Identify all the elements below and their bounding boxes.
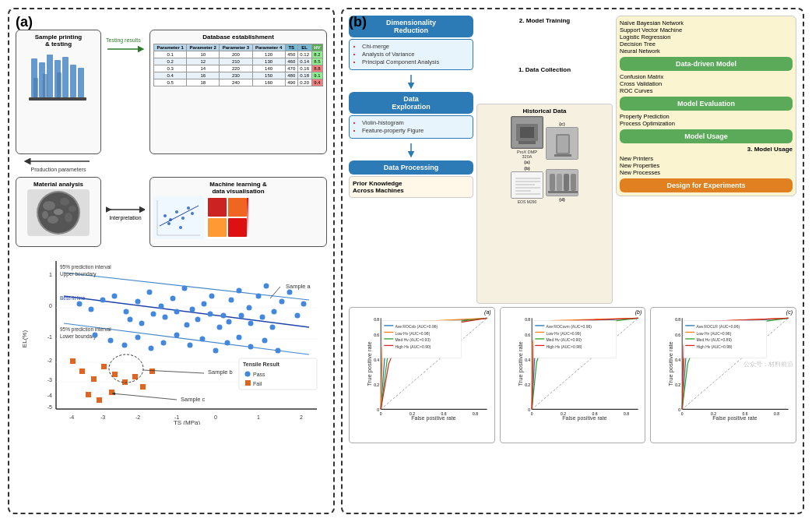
panel-a-top: Sample printing& testing: [16, 30, 327, 154]
svg-text:False positive rate: False positive rate: [411, 414, 455, 421]
svg-text:Tensile Result: Tensile Result: [243, 362, 280, 367]
svg-point-76: [124, 309, 129, 315]
svg-text:Upper boundary: Upper boundary: [60, 271, 97, 277]
svg-text:-3: -3: [100, 414, 105, 420]
svg-point-80: [170, 296, 176, 302]
roc-chart-a: (a) False positive rate True positive ra…: [349, 307, 495, 443]
dim-reduction-title: DimensionalityReduction: [349, 16, 473, 37]
svg-rect-168: [550, 174, 555, 191]
svg-rect-131: [132, 374, 138, 379]
model-evaluation-title: Model Evaluation: [620, 97, 793, 111]
svg-rect-172: [548, 191, 578, 193]
roc-chart-c: (c) False positive rate True positive ra…: [650, 307, 796, 443]
svg-rect-36: [208, 198, 227, 217]
svg-text:High Hv (AUC=0.90): High Hv (AUC=0.90): [395, 344, 431, 349]
svg-point-87: [237, 288, 242, 294]
svg-text:0: 0: [380, 411, 382, 416]
svg-text:-3: -3: [47, 377, 52, 383]
svg-point-72: [77, 302, 83, 307]
svg-point-113: [135, 335, 141, 340]
panel-a-label: (a): [16, 14, 33, 30]
eval-list: Confusion Matrix Cross Validation ROC Cu…: [620, 73, 793, 94]
svg-point-95: [301, 302, 307, 307]
svg-point-93: [287, 290, 293, 295]
svg-rect-126: [79, 369, 85, 374]
svg-point-32: [167, 222, 170, 225]
svg-text:0.6: 0.6: [441, 411, 447, 416]
printing-label: Sample printing& testing: [35, 34, 82, 48]
hist-photos: ProX DMP320A (a) (c): [480, 116, 609, 164]
printer-eos: (c): [546, 122, 578, 160]
data-exploration-content: Violin-histogram Feature-property Figure: [349, 115, 473, 139]
svg-point-94: [295, 313, 301, 319]
hist-photos-2: (b): [480, 166, 609, 204]
svg-point-31: [191, 212, 194, 215]
svg-point-121: [237, 335, 242, 340]
svg-text:False positive rate: False positive rate: [713, 414, 758, 421]
svg-point-33: [179, 226, 182, 229]
yellow-bg-section: Naïve Bayesian Network Support Vector Ma…: [616, 16, 796, 196]
svg-text:Low Hv (AUC=0.96): Low Hv (AUC=0.96): [697, 330, 732, 335]
svg-rect-6: [78, 68, 84, 97]
svg-text:0.8: 0.8: [676, 316, 681, 321]
dim-reduction-content: Chi-merge Analysis of Variance Principal…: [349, 39, 473, 70]
svg-rect-4: [62, 57, 69, 97]
svg-text:High Hv (AUC=0.98): High Hv (AUC=0.98): [697, 344, 733, 349]
svg-point-82: [190, 307, 195, 312]
svg-rect-2: [47, 55, 53, 97]
svg-text:95% prediction interval: 95% prediction interval: [60, 326, 111, 333]
data-collection-label: 1. Data Collection: [518, 66, 571, 73]
svg-text:1: 1: [49, 272, 52, 277]
svg-point-92: [279, 299, 285, 305]
svg-rect-38: [208, 218, 227, 237]
svg-text:0.4: 0.4: [525, 358, 530, 362]
svg-text:0.2: 0.2: [410, 411, 415, 416]
svg-text:Med Hv (AUC=0.89): Med Hv (AUC=0.89): [697, 337, 733, 342]
svg-text:-4: -4: [47, 393, 52, 398]
svg-rect-135: [97, 397, 102, 403]
svg-point-90: [264, 284, 269, 289]
svg-point-84: [209, 294, 215, 299]
ml-charts: [153, 196, 323, 243]
svg-point-107: [248, 321, 254, 326]
panel-b-label: (b): [349, 14, 367, 30]
prior-knowledge-section: Prior KnowledgeAcross Machines: [349, 176, 473, 198]
svg-text:Sample a: Sample a: [286, 283, 311, 290]
svg-point-124: [276, 348, 281, 354]
watermark: 公众号：材料前沿: [743, 360, 793, 369]
svg-rect-132: [140, 384, 146, 390]
eos-label: EOS M290: [518, 199, 536, 204]
scatter-plot-area: 1 0 -1 -2 -3 -4 -5 EL(%) -4 -3 -2 -1 0 1…: [16, 252, 327, 506]
svg-point-110: [93, 333, 98, 338]
svg-text:0: 0: [214, 414, 217, 420]
svg-text:0.6: 0.6: [743, 411, 748, 416]
svg-text:True positive rate: True positive rate: [517, 341, 524, 386]
svg-point-77: [135, 299, 141, 305]
roc-svg-c: False positive rate True positive rate 0…: [666, 314, 793, 430]
database-box: Database establishment Parameter 1Parame…: [149, 30, 327, 154]
panel-a-middle: Material analysis: [16, 177, 327, 247]
model-usage-label: 3. Model Usage: [620, 146, 793, 153]
svg-text:0.6: 0.6: [525, 333, 530, 337]
svg-rect-128: [101, 364, 107, 369]
svg-text:0.2: 0.2: [676, 382, 681, 386]
svg-rect-171: [571, 174, 576, 191]
svg-point-106: [239, 313, 244, 319]
svg-text:True positive rate: True positive rate: [366, 341, 373, 386]
svg-text:0: 0: [49, 303, 52, 309]
svg-rect-37: [228, 198, 247, 217]
svg-point-123: [262, 338, 268, 344]
svg-text:0.2: 0.2: [374, 382, 379, 386]
production-label: Production parameters: [31, 167, 86, 172]
svg-point-85: [221, 313, 227, 319]
wf-col3: Naïve Bayesian Network Support Vector Ma…: [616, 16, 796, 304]
svg-text:0.6: 0.6: [676, 333, 681, 337]
svg-text:0.4: 0.4: [676, 358, 681, 362]
roc-svg-b: False positive rate True positive rate 0…: [516, 314, 642, 430]
photo-d: [546, 169, 578, 196]
dim-reduction-section: DimensionalityReduction Chi-merge Analys…: [349, 16, 473, 70]
svg-text:0.8: 0.8: [525, 316, 530, 321]
svg-text:EL(%): EL(%): [21, 330, 28, 348]
arrow-down-1: [349, 73, 473, 89]
svg-point-97: [139, 321, 145, 326]
